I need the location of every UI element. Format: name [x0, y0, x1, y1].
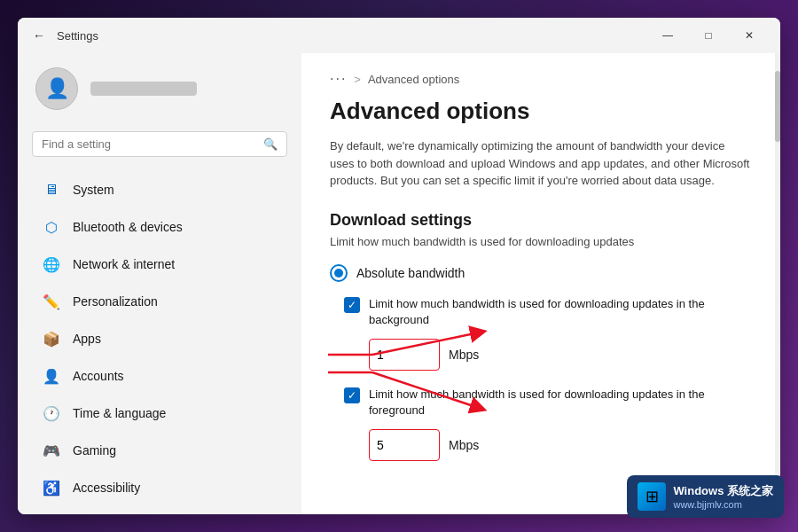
- settings-window: ← Settings — □ ✕ 👤 🔍 🖥 System: [18, 18, 780, 514]
- avatar: 👤: [35, 67, 78, 110]
- system-icon: 🖥: [43, 181, 60, 199]
- watermark-title: Windows 系统之家: [673, 483, 773, 499]
- search-box[interactable]: 🔍: [32, 131, 287, 157]
- watermark-text: Windows 系统之家 www.bjjmlv.com: [673, 483, 773, 510]
- sidebar-item-label: Accounts: [73, 369, 124, 383]
- radio-circle[interactable]: [330, 264, 348, 282]
- time-icon: 🕐: [43, 404, 60, 422]
- bluetooth-icon: ⬡: [43, 218, 60, 236]
- sidebar-item-label: Bluetooth & devices: [73, 220, 183, 234]
- download-section-title: Download settings: [330, 211, 752, 230]
- accessibility-icon: ♿: [43, 479, 60, 497]
- main-content: ··· > Advanced options Advanced options …: [301, 53, 780, 514]
- description-text: By default, we're dynamically optimizing…: [330, 137, 752, 190]
- bg-bandwidth-unit: Mbps: [449, 348, 479, 362]
- sidebar-item-accounts[interactable]: 👤 Accounts: [25, 358, 294, 394]
- apps-icon: 📦: [43, 330, 60, 348]
- sidebar-item-system[interactable]: 🖥 System: [25, 172, 294, 207]
- bg-bandwidth-input-row: Mbps: [369, 339, 752, 371]
- content-area: 👤 🔍 🖥 System ⬡ Bluetooth & devices 🌐 Net…: [18, 53, 780, 514]
- bg-bandwidth-checkbox[interactable]: ✓: [344, 297, 360, 313]
- download-section-subtitle: Limit how much bandwidth is used for dow…: [330, 235, 752, 248]
- watermark-url: www.bjjmlv.com: [673, 499, 773, 510]
- page-title: Advanced options: [330, 98, 752, 125]
- fg-bandwidth-checkbox[interactable]: ✓: [344, 387, 360, 403]
- absolute-bandwidth-radio[interactable]: Absolute bandwidth: [330, 264, 752, 282]
- fg-bandwidth-unit: Mbps: [449, 438, 479, 452]
- fg-bandwidth-label: Limit how much bandwidth is used for dow…: [369, 387, 752, 419]
- titlebar: ← Settings — □ ✕: [18, 18, 780, 53]
- sidebar-item-label: Time & language: [73, 406, 166, 420]
- search-input[interactable]: [42, 137, 256, 151]
- breadcrumb-current: Advanced options: [368, 73, 459, 86]
- window-controls: — □ ✕: [647, 21, 770, 50]
- bg-bandwidth-label: Limit how much bandwidth is used for dow…: [369, 296, 752, 328]
- window-title: Settings: [57, 29, 98, 43]
- search-icon: 🔍: [263, 137, 278, 151]
- maximize-button[interactable]: □: [688, 21, 729, 50]
- sidebar-item-bluetooth[interactable]: ⬡ Bluetooth & devices: [25, 209, 294, 245]
- close-button[interactable]: ✕: [729, 21, 770, 50]
- checkmark-icon: ✓: [348, 389, 356, 402]
- checkmark-icon: ✓: [348, 299, 356, 311]
- sidebar-item-label: Apps: [73, 332, 101, 346]
- sidebar-item-label: Personalization: [73, 294, 158, 309]
- accounts-icon: 👤: [43, 367, 60, 385]
- username-display: [90, 82, 197, 96]
- sidebar-item-label: Gaming: [73, 443, 116, 458]
- bg-bandwidth-checkbox-row: ✓ Limit how much bandwidth is used for d…: [344, 296, 752, 328]
- breadcrumb-dots: ···: [330, 71, 347, 87]
- sidebar-item-network[interactable]: 🌐 Network & internet: [25, 246, 294, 282]
- gaming-icon: 🎮: [43, 442, 60, 459]
- sidebar-item-label: System: [73, 183, 114, 197]
- minimize-button[interactable]: —: [647, 21, 688, 50]
- sidebar-item-time[interactable]: 🕐 Time & language: [25, 395, 294, 431]
- watermark: ⊞ Windows 系统之家 www.bjjmlv.com: [627, 475, 784, 518]
- fg-bandwidth-input-row: Mbps: [369, 429, 752, 461]
- sidebar-item-gaming[interactable]: 🎮 Gaming: [25, 433, 294, 468]
- sidebar-item-label: Network & internet: [73, 257, 175, 271]
- sidebar-item-personalization[interactable]: ✏️ Personalization: [25, 284, 294, 319]
- sidebar-item-accessibility[interactable]: ♿ Accessibility: [25, 470, 294, 505]
- sidebar: 👤 🔍 🖥 System ⬡ Bluetooth & devices 🌐 Net…: [18, 53, 301, 514]
- radio-label: Absolute bandwidth: [356, 266, 465, 280]
- bg-bandwidth-input[interactable]: [369, 339, 440, 371]
- scrollbar-track: [775, 53, 780, 514]
- fg-bandwidth-checkbox-row: ✓ Limit how much bandwidth is used for d…: [344, 387, 752, 419]
- avatar-icon: 👤: [45, 77, 69, 100]
- sidebar-item-label: Accessibility: [73, 481, 140, 495]
- network-icon: 🌐: [43, 255, 60, 273]
- back-button[interactable]: ←: [28, 25, 50, 46]
- watermark-icon: ⊞: [638, 482, 666, 511]
- personalization-icon: ✏️: [43, 293, 60, 310]
- user-profile: 👤: [18, 53, 301, 124]
- breadcrumb: ··· > Advanced options: [330, 71, 752, 87]
- scrollbar-thumb[interactable]: [775, 71, 780, 142]
- breadcrumb-sep: >: [354, 73, 361, 86]
- sidebar-item-apps[interactable]: 📦 Apps: [25, 321, 294, 356]
- fg-bandwidth-input[interactable]: [369, 429, 440, 461]
